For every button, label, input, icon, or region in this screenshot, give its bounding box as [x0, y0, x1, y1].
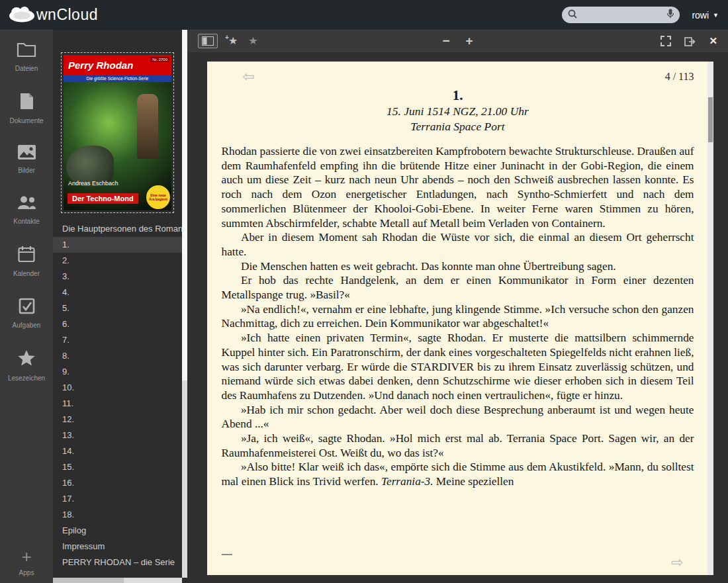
- next-page-arrow[interactable]: ⇨: [671, 555, 683, 570]
- cover-tagline: Die größte Science-Fiction-Serie: [64, 75, 171, 82]
- book-cover: Perry Rhodan Nr. 2700 Die größte Science…: [64, 55, 171, 210]
- user-menu[interactable]: rowi ▼: [692, 10, 719, 21]
- toc-item[interactable]: 2.: [53, 253, 187, 269]
- sidebar-item-label: Kalender: [13, 270, 40, 277]
- sidebar-item-label: Aufgaben: [13, 322, 41, 329]
- font-larger-button[interactable]: +: [466, 35, 473, 47]
- user-name: rowi: [692, 10, 709, 21]
- toc-item[interactable]: 12.: [53, 412, 187, 427]
- toc-item[interactable]: 5.: [53, 300, 187, 316]
- toc-item[interactable]: 3.: [53, 269, 187, 285]
- cover-series-logo: Perry Rhodan: [64, 60, 133, 71]
- book-paragraph: Rhodan passierte die von zwei einsatzber…: [222, 144, 694, 230]
- book-paragraph: Er hob das rechte Handgelenk, an dem er …: [222, 273, 694, 302]
- reader-scrollbar[interactable]: [707, 62, 713, 575]
- picture-icon: [18, 145, 36, 162]
- book-paragraph: »Ja, ich weiß«, sagte Rhodan. »Hol mich …: [222, 431, 694, 460]
- cover-badge: Eine neue Ära beginnt: [146, 185, 170, 209]
- book-page: ⇦ 4 / 113 1. 15. Juni 1514 NGZ, 21.00 Uh…: [207, 62, 709, 575]
- scrollbar-thumb[interactable]: [708, 97, 713, 142]
- toc-item[interactable]: 14.: [53, 443, 187, 459]
- toc-item[interactable]: 10.: [53, 380, 187, 396]
- document-icon: [20, 93, 34, 112]
- toc-item[interactable]: 17.: [53, 491, 187, 507]
- scrollbar-thumb[interactable]: [182, 30, 187, 381]
- toc-vertical-scrollbar[interactable]: [182, 30, 187, 578]
- contacts-icon: [17, 195, 36, 213]
- export-icon[interactable]: [684, 36, 696, 46]
- toc-list: Die Hauptpersonen des Roman1.2.3.4.5.6.7…: [53, 221, 187, 570]
- chevron-down-icon: ▼: [713, 12, 719, 19]
- calendar-icon: [18, 246, 35, 265]
- fullscreen-icon[interactable]: [660, 36, 671, 46]
- sidebar-toggle-button[interactable]: [198, 34, 218, 48]
- page-text: Rhodan passierte die von zwei einsatzber…: [222, 144, 694, 489]
- cover-title: Der Techno-Mond: [68, 193, 138, 204]
- chapter-dateline: 15. Juni 1514 NGZ, 21.00 Uhr: [222, 104, 694, 119]
- cover-artwork: Andreas Eschbach Der Techno-Mond Eine ne…: [64, 82, 171, 210]
- sidebar-item-dateien[interactable]: Dateien: [0, 41, 53, 72]
- toc-item[interactable]: Epilog: [53, 523, 187, 539]
- sidebar-item-label: Dateien: [15, 65, 38, 72]
- chapter-location: Terrania Space Port: [222, 119, 694, 134]
- footnote-divider: [222, 554, 232, 555]
- cloud-icon: [8, 5, 36, 25]
- toc-item[interactable]: Impressum: [53, 539, 187, 555]
- sidebar-item-label: Dokumente: [9, 117, 43, 124]
- page-area: ⇦ 4 / 113 1. 15. Juni 1514 NGZ, 21.00 Uh…: [187, 52, 728, 583]
- sidebar-item-kalender[interactable]: Kalender: [0, 246, 53, 277]
- cover-issue-number: Nr. 2700: [150, 57, 169, 62]
- toc-item[interactable]: PERRY RHODAN – die Serie: [53, 555, 187, 570]
- sidebar-item-label: Lesezeichen: [8, 375, 45, 382]
- font-smaller-button[interactable]: −: [442, 35, 449, 47]
- search-icon: [568, 9, 577, 21]
- toc-item[interactable]: 7.: [53, 332, 187, 348]
- sidebar-item-dokumente[interactable]: Dokumente: [0, 93, 53, 124]
- toc-panel: Perry Rhodan Nr. 2700 Die größte Science…: [53, 30, 187, 583]
- toc-item[interactable]: 8.: [53, 348, 187, 364]
- book-paragraph: Aber in diesem Moment sah Rhodan die Wüs…: [222, 230, 694, 259]
- toc-item[interactable]: 4.: [53, 285, 187, 300]
- bookmark-add-icon[interactable]: ★+: [228, 36, 238, 46]
- star-glyph: ★: [228, 36, 238, 46]
- toc-item[interactable]: 1.: [53, 237, 187, 253]
- owncloud-logo[interactable]: wnCloud: [8, 5, 98, 25]
- reader-pane: ★+ ★ − + ✕ ⇦ 4 / 113: [187, 30, 728, 583]
- star-icon: [17, 349, 36, 370]
- book-paragraph: »Ich hatte einen privaten Termin«, sagte…: [222, 331, 694, 403]
- toc-item[interactable]: 11.: [53, 396, 187, 412]
- toc-horizontal-scrollbar[interactable]: [53, 578, 182, 583]
- close-icon[interactable]: ✕: [709, 35, 717, 47]
- plus-icon: +: [225, 32, 229, 43]
- logo-text: wnCloud: [36, 6, 98, 24]
- top-bar: wnCloud rowi ▼: [0, 0, 728, 30]
- sidebar-item-lesezeichen[interactable]: Lesezeichen: [0, 349, 53, 382]
- toc-item[interactable]: 15.: [53, 459, 187, 475]
- book-paragraph: »Hab ich mir schon gedacht. Aber weil do…: [222, 403, 694, 431]
- reader-toolbar: ★+ ★ − + ✕: [187, 30, 728, 52]
- toc-item[interactable]: 6.: [53, 316, 187, 332]
- toc-item[interactable]: 13.: [53, 427, 187, 443]
- toc-item[interactable]: 9.: [53, 364, 187, 380]
- sidebar-item-aufgaben[interactable]: Aufgaben: [0, 298, 53, 329]
- search-input[interactable]: [581, 10, 663, 20]
- chapter-heading: 1.: [222, 87, 694, 104]
- bookmarks-icon[interactable]: ★: [248, 36, 257, 46]
- cover-author: Andreas Eschbach: [68, 180, 118, 187]
- toc-item[interactable]: Die Hauptpersonen des Roman: [53, 221, 187, 237]
- search-box[interactable]: [562, 7, 680, 23]
- scrollbar-thumb[interactable]: [53, 578, 124, 583]
- toc-item[interactable]: 18.: [53, 507, 187, 523]
- sidebar-item-label: Apps: [19, 569, 34, 576]
- microphone-icon[interactable]: [667, 9, 674, 21]
- previous-page-arrow[interactable]: ⇦: [243, 69, 255, 84]
- app-sidebar: Dateien Dokumente Bilder Kontakte Kalend…: [0, 30, 53, 583]
- cover-figure: [137, 94, 158, 159]
- sidebar-item-bilder[interactable]: Bilder: [0, 145, 53, 174]
- page-indicator: 4 / 113: [665, 71, 694, 83]
- sidebar-item-apps[interactable]: + Apps: [0, 549, 53, 576]
- toc-item[interactable]: 16.: [53, 475, 187, 491]
- sidebar-item-kontakte[interactable]: Kontakte: [0, 195, 53, 225]
- cover-header: Perry Rhodan Nr. 2700: [64, 55, 171, 75]
- book-paragraph: Die Menschen hatten es weit gebracht. Da…: [222, 259, 694, 274]
